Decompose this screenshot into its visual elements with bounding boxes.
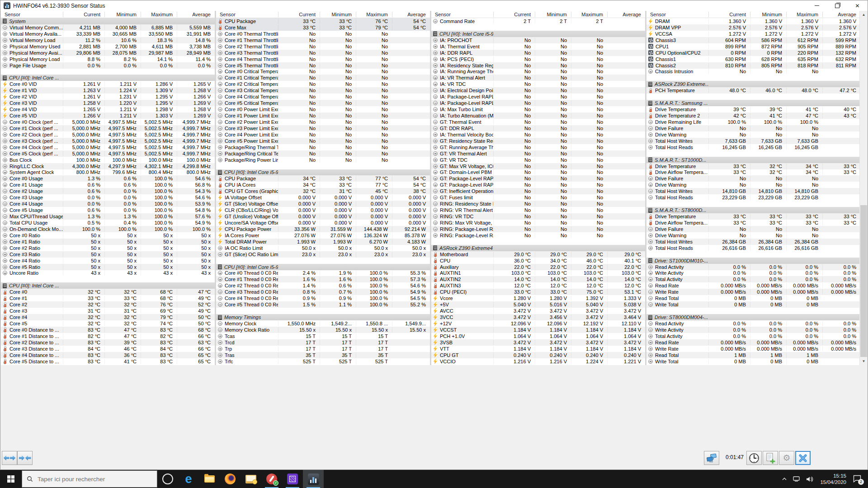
window-close-button[interactable]: ✕ bbox=[847, 0, 868, 11]
sensor-row[interactable]: Physical Memory Used2,881 MB2,700 MB4,61… bbox=[1, 43, 215, 50]
sensor-row[interactable]: Vcore1.280 V1.280 V1.392 V1.333 V bbox=[431, 295, 645, 301]
column-header-average[interactable]: Average bbox=[822, 12, 860, 17]
collapse-columns-button[interactable] bbox=[17, 451, 33, 465]
section-row[interactable]: S.M.A.R.T.: Samsung ... bbox=[646, 100, 860, 106]
remote-sensors-button[interactable] bbox=[704, 451, 719, 465]
sensor-row[interactable]: Core #4 VID1.265 V1.211 V1.298 V1.268 V bbox=[1, 106, 215, 113]
column-header-sensor[interactable]: Sensor bbox=[646, 12, 708, 17]
sensor-row[interactable]: Core #331 °C31 °C69 °C49 °C bbox=[1, 308, 215, 314]
scroll-down-button[interactable]: ▼ bbox=[860, 357, 868, 365]
close-sensors-button[interactable] bbox=[795, 451, 811, 465]
sensor-row[interactable]: Chassis IntrusionNoNoNo bbox=[646, 69, 860, 75]
sensor-row[interactable]: RING: Package-Level RAP...NoNoNo bbox=[431, 226, 645, 232]
sensor-row[interactable]: Drive Remaining Life100.0 %100.0 %100.0 … bbox=[646, 119, 860, 125]
sensor-row[interactable]: Core #1 Distance to ...82 °C47 °C82 °C66… bbox=[1, 333, 215, 339]
sensor-row[interactable]: Uncore Ratio43 x43 x43 x43 x bbox=[1, 270, 215, 277]
start-button[interactable] bbox=[0, 470, 22, 488]
sensor-row[interactable]: Core #1 Thermal ThrottlingNoNoNo bbox=[216, 37, 430, 43]
column-header-maximum[interactable]: Maximum bbox=[786, 12, 822, 17]
taskbar-vpn-icon[interactable]: ✓ bbox=[261, 470, 282, 488]
sensor-row[interactable]: Drive Airflow Tempera...33 °C32 °C34 °C3… bbox=[646, 169, 860, 176]
sensor-row[interactable]: Read Activity0.0 %0.0 %0.0 %0.0 % bbox=[646, 320, 860, 327]
sensor-row[interactable]: Total Activity0.0 %0.0 %0.0 %0.0 % bbox=[646, 276, 860, 282]
sensor-row[interactable]: Write Activity0.0 %0.0 %0.0 %0.0 % bbox=[646, 270, 860, 277]
section-row[interactable]: Memory Timings bbox=[216, 314, 430, 320]
sensor-row[interactable]: Write Activity0.0 %0.0 %0.0 %0.0 % bbox=[646, 327, 860, 333]
sensor-row[interactable]: Core #3 Ratio50 x50 x50 x50 x bbox=[1, 251, 215, 258]
sensor-row[interactable]: GT: DDR RAPLNoNoNo bbox=[431, 125, 645, 131]
sensor-row[interactable]: IA OC Ratio Limit50.0 x50.0 x50.0 x50.0 … bbox=[216, 245, 430, 251]
column-header-minimum[interactable]: Minimum bbox=[104, 12, 141, 17]
column-header-maximum[interactable]: Maximum bbox=[141, 12, 177, 17]
taskbar-hwinfo-icon[interactable] bbox=[303, 470, 324, 488]
action-center-button[interactable]: 2 bbox=[853, 475, 862, 483]
sensor-row[interactable]: Core #032 °C32 °C68 °C47 °C bbox=[1, 289, 215, 295]
sensor-row[interactable]: Physical Memory Load8.8 %8.2 %14.1 %11.4… bbox=[1, 56, 215, 62]
sensor-row[interactable]: Tras35 T35 T35 T bbox=[216, 352, 430, 358]
sensor-row[interactable]: Core #532 °C32 °C74 °C50 °C bbox=[1, 320, 215, 327]
sensor-row[interactable]: Core #133 °C33 °C68 °C49 °C bbox=[1, 295, 215, 301]
sensor-row[interactable]: Core #2 Ratio50 x50 x50 x50 x bbox=[1, 245, 215, 251]
sensor-row[interactable]: IA: VR TDCNoNoNo bbox=[431, 81, 645, 87]
sensor-row[interactable]: IA: VR Thermal AlertNoNoNo bbox=[431, 75, 645, 81]
column-header-current[interactable]: Current bbox=[278, 12, 320, 17]
scroll-up-button[interactable]: ▲ bbox=[860, 11, 868, 19]
report-button[interactable] bbox=[763, 451, 778, 465]
sensor-row[interactable]: VCCST1.184 V1.184 V1.184 V1.184 V bbox=[431, 327, 645, 333]
sensor-row[interactable]: 3VSB3.472 V3.472 V3.472 V3.472 V bbox=[431, 339, 645, 346]
sensor-row[interactable]: Core #0 Critical TemperatureNoNoNo bbox=[216, 69, 430, 75]
sensor-row[interactable]: VCCIO1.216 V1.216 V1.224 V1.221 V bbox=[431, 358, 645, 365]
column-header-sensor[interactable]: Sensor bbox=[216, 12, 278, 17]
sensor-row[interactable]: Read Rate0.000 MB/s0.000 MB/s0.000 MB/s0… bbox=[646, 282, 860, 289]
sensor-row[interactable]: Core #0 Usage1.3 %0.6 %100.0 %54.6 % bbox=[1, 175, 215, 182]
sensor-row[interactable]: IA: Thermal Velocity BoostNoNoNo bbox=[431, 131, 645, 138]
sensor-row[interactable]: Core #0 Clock (perf ...5,000.0 MHz4,997.… bbox=[1, 119, 215, 125]
sensor-row[interactable]: RING: Package-Level RAP...NoNoNo bbox=[431, 232, 645, 239]
sensor-row[interactable]: IA: Electrical Design Point/...NoNoNo bbox=[431, 87, 645, 94]
column-header-sensor[interactable]: Sensor bbox=[431, 12, 493, 17]
sensor-row[interactable]: Drive Temperature33 °C32 °C34 °C33 °C bbox=[646, 163, 860, 169]
sensor-row[interactable]: RING: VR Thermal AlertNoNoNo bbox=[431, 207, 645, 213]
sensor-row[interactable]: Core #0 Power Limit ExceededNoNoNo bbox=[216, 106, 430, 113]
sensor-row[interactable]: Drive FailureNoNoNo bbox=[646, 226, 860, 232]
sensor-row[interactable]: Core #2 VID1.261 V1.231 V1.295 V1.266 V bbox=[1, 94, 215, 100]
sensor-row[interactable]: Bus Clock100.0 MHz100.0 MHz100.0 MHz100.… bbox=[1, 157, 215, 163]
taskbar-firefox-icon[interactable] bbox=[220, 470, 241, 488]
section-row[interactable]: CPU [#0]: Intel Core ... bbox=[1, 282, 215, 289]
sensor-row[interactable]: Chassis3604 RPM586 RPM612 RPM599 RPM bbox=[646, 37, 860, 43]
section-row[interactable]: Drive: ST1000DM010-... bbox=[646, 258, 860, 264]
sensor-row[interactable]: GT (Slice) OC Ratio Limit23.0 x23.0 x23.… bbox=[216, 251, 430, 258]
sensor-row[interactable]: Total Host Writes7,633 GB7,633 GB7,633 G… bbox=[646, 138, 860, 144]
sensor-row[interactable]: CPU Optional/CPU20 RPM0 RPM220 RPM132 RP… bbox=[646, 50, 860, 56]
sensor-row[interactable]: CPU Package34 °C33 °C77 °C54 °C bbox=[216, 175, 430, 182]
column-header-average[interactable]: Average bbox=[392, 12, 430, 17]
sensor-row[interactable]: Drive WarningNoNoNo bbox=[646, 232, 860, 239]
sensor-row[interactable]: Max CPU/Thread Usage1.3 %1.3 %100.0 %57.… bbox=[1, 213, 215, 220]
sensor-row[interactable]: Write Rate0.000 MB/s0.000 MB/s0.000 MB/s… bbox=[646, 346, 860, 352]
taskbar-explorer-icon[interactable] bbox=[199, 470, 220, 488]
sensor-row[interactable]: Core #1 Clock (perf ...5,000.0 MHz4,997.… bbox=[1, 125, 215, 131]
sensor-row[interactable]: RING: VR TDCNoNoNo bbox=[431, 213, 645, 220]
section-row[interactable]: Drive: ST8000DM004-... bbox=[646, 314, 860, 320]
sensor-row[interactable]: Memory Clock1,550.0 MHz1,549.2...1,550.8… bbox=[216, 320, 430, 327]
sensor-row[interactable]: CPU (PECI)33.0 °C33.0 °C75.0 °C53.1 °C bbox=[431, 289, 645, 295]
sensor-row[interactable]: Core #4 Power Limit ExceededNoNoNo bbox=[216, 131, 430, 138]
sensor-row[interactable]: Total Host Writes26,384 GB26,384 GB26,38… bbox=[646, 239, 860, 245]
section-row[interactable]: ASRock Z390 Extreme... bbox=[646, 81, 860, 87]
sensor-row[interactable]: GT: Running Average The...NoNoNo bbox=[431, 144, 645, 150]
sensor-row[interactable]: Core #1 Usage0.6 %0.6 %100.0 %56.8 % bbox=[1, 182, 215, 188]
sensor-row[interactable]: VTT1.184 V1.184 V1.184 V1.184 V bbox=[431, 346, 645, 352]
logging-clock-button[interactable] bbox=[746, 451, 762, 465]
sensor-row[interactable]: CPU IA Cores34 °C33 °C77 °C54 °C bbox=[216, 182, 430, 188]
sensor-row[interactable]: IA: DDR RAPLNoNoNo bbox=[431, 50, 645, 56]
sensor-row[interactable]: Drive Airflow Tempera...33 °C33 °C33 °C3… bbox=[646, 220, 860, 226]
vertical-scrollbar[interactable]: ▲ ▼ bbox=[859, 11, 867, 365]
sensor-row[interactable]: Package/Ring Power Limit ExceededNoNoNo bbox=[216, 157, 430, 163]
taskbar-mail-icon[interactable] bbox=[241, 470, 261, 488]
sensor-row[interactable]: Chassis2810 RPM805 RPM818 RPM811 RPM bbox=[646, 62, 860, 69]
sensor-row[interactable]: Drive Temperature39 °C39 °C41 °C40 °C bbox=[646, 106, 860, 113]
column-header-minimum[interactable]: Minimum bbox=[535, 12, 571, 17]
column-header-current[interactable]: Current bbox=[493, 12, 535, 17]
restore-button[interactable] bbox=[827, 0, 847, 11]
sensor-row[interactable]: GT: Package-Level RAPL/P...NoNoNo bbox=[431, 182, 645, 188]
